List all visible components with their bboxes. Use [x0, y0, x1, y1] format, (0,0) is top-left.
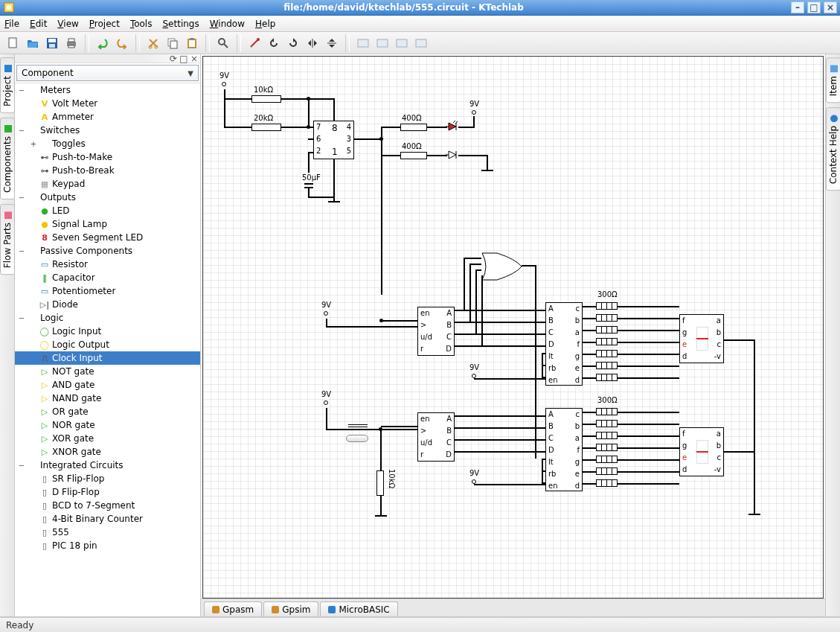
- copy-button[interactable]: [164, 34, 182, 52]
- tree-item[interactable]: ▯D Flip-Flop: [15, 485, 200, 499]
- dock-restore-icon[interactable]: ⟳: [169, 54, 178, 64]
- expand-icon[interactable]: +: [28, 140, 39, 148]
- resistor-10k[interactable]: [251, 95, 281, 103]
- tab-gpsim[interactable]: Gpsim: [263, 601, 318, 616]
- led-red[interactable]: [446, 121, 459, 132]
- rail-tab-flowparts[interactable]: Flow Parts: [0, 204, 15, 275]
- panel3-button[interactable]: [393, 34, 411, 52]
- resistor-array[interactable]: [596, 432, 617, 439]
- resistor-array[interactable]: [596, 326, 617, 333]
- tree-item[interactable]: −Switches: [15, 124, 200, 137]
- resistor-array[interactable]: [596, 374, 617, 381]
- resistor-array[interactable]: [596, 444, 617, 451]
- tree-item[interactable]: ◯Logic Output: [15, 338, 200, 351]
- tree-item[interactable]: −Integrated Circuits: [15, 459, 200, 472]
- resistor-10k-v[interactable]: [376, 470, 384, 496]
- minimize-button[interactable]: –: [791, 1, 804, 13]
- switch-button[interactable]: [346, 435, 368, 442]
- component-filter-combo[interactable]: Component ▼: [16, 65, 199, 81]
- expand-icon[interactable]: −: [16, 194, 27, 202]
- panel1-button[interactable]: [354, 34, 372, 52]
- resistor-400b[interactable]: [400, 152, 427, 159]
- resistor-array[interactable]: [596, 420, 617, 427]
- tree-item[interactable]: ▷NOR gate: [15, 418, 200, 432]
- tree-item[interactable]: ▷XOR gate: [15, 432, 200, 445]
- expand-icon[interactable]: −: [16, 86, 27, 95]
- tree-item[interactable]: ▷NAND gate: [15, 392, 200, 405]
- tree-item[interactable]: ▭Resistor: [15, 258, 200, 271]
- tree-item[interactable]: ▦Keypad: [15, 177, 200, 191]
- redo-button[interactable]: [113, 34, 131, 52]
- tree-item[interactable]: ▷|Diode: [15, 298, 200, 311]
- component-tree[interactable]: −MetersVVolt MeterAAmmeter−Switches+Togg…: [15, 83, 200, 616]
- resistor-array[interactable]: [596, 314, 617, 322]
- menu-project[interactable]: Project: [89, 19, 120, 29]
- menu-file[interactable]: File: [4, 19, 19, 29]
- dock-float-icon[interactable]: □: [179, 54, 188, 64]
- tree-item[interactable]: ▷NOT gate: [15, 365, 200, 378]
- tree-item[interactable]: ▯4-Bit Binary Counter: [15, 512, 200, 526]
- resistor-array[interactable]: [596, 362, 617, 369]
- tab-microbasic[interactable]: MicroBASIC: [320, 601, 397, 616]
- tree-item[interactable]: ⎍Clock Input: [15, 351, 200, 365]
- tree-item[interactable]: −Meters: [15, 83, 200, 97]
- tree-item[interactable]: ●Signal Lamp: [15, 217, 200, 231]
- expand-icon[interactable]: −: [16, 247, 27, 255]
- rail-tab-project[interactable]: Project: [0, 57, 15, 113]
- tree-item[interactable]: VVolt Meter: [15, 97, 200, 110]
- expand-icon[interactable]: −: [16, 462, 27, 470]
- tree-item[interactable]: ▯555: [15, 526, 200, 539]
- resistor-array[interactable]: [596, 408, 617, 415]
- diode[interactable]: [446, 150, 459, 160]
- undo-button[interactable]: [94, 34, 112, 52]
- tree-item[interactable]: ▭Potentiometer: [15, 284, 200, 298]
- rotate-cw-button[interactable]: [284, 34, 302, 52]
- tree-item[interactable]: ▯SR Flip-Flop: [15, 472, 200, 485]
- tree-item[interactable]: ▷XNOR gate: [15, 445, 200, 459]
- zoom-button[interactable]: [214, 34, 232, 52]
- cut-button[interactable]: [144, 34, 162, 52]
- resistor-array[interactable]: [596, 338, 617, 345]
- resistor-array[interactable]: [596, 456, 617, 463]
- circuit-canvas[interactable]: 9V 10kΩ 20kΩ 7 8 4 6 3 2 1: [202, 56, 824, 599]
- menu-help[interactable]: Help: [255, 19, 275, 29]
- tab-gpasm[interactable]: Gpasm: [204, 601, 262, 616]
- menu-settings[interactable]: Settings: [162, 19, 199, 29]
- or-gate[interactable]: [478, 252, 523, 284]
- resistor-20k[interactable]: [251, 124, 281, 131]
- tree-item[interactable]: 8Seven Segment LED: [15, 231, 200, 244]
- rail-tab-contexthelp[interactable]: Context Help: [826, 107, 841, 191]
- tree-item[interactable]: AAmmeter: [15, 110, 200, 124]
- resistor-array[interactable]: [596, 350, 617, 357]
- ic-bcd-top[interactable]: Ac Bb Ca Df ltg rbe end: [545, 302, 583, 386]
- menu-tools[interactable]: Tools: [130, 19, 153, 29]
- seven-segment-bottom[interactable]: fa gb ec d-v: [679, 427, 724, 476]
- tree-item[interactable]: ⊷Push-to-Make: [15, 150, 200, 164]
- tree-item[interactable]: −Passive Components: [15, 244, 200, 258]
- flip-h-button[interactable]: [304, 34, 321, 52]
- resistor-array[interactable]: [596, 479, 617, 487]
- ic-counter-bottom[interactable]: enA >B u/dC rD: [417, 412, 455, 462]
- tree-item[interactable]: −Outputs: [15, 191, 200, 204]
- tree-item[interactable]: ▷OR gate: [15, 405, 200, 418]
- open-button[interactable]: [24, 34, 42, 52]
- resistor-array[interactable]: [596, 302, 617, 310]
- tree-item[interactable]: ‖Capacitor: [15, 271, 200, 284]
- probe-button[interactable]: [246, 34, 263, 52]
- expand-icon[interactable]: −: [16, 314, 27, 322]
- tree-item[interactable]: ▷AND gate: [15, 378, 200, 392]
- switch-push[interactable]: [348, 424, 368, 427]
- rotate-ccw-button[interactable]: [265, 34, 283, 52]
- save-button[interactable]: [43, 34, 61, 52]
- tree-item[interactable]: −Logic: [15, 311, 200, 325]
- new-button[interactable]: [4, 34, 22, 52]
- flip-v-button[interactable]: [323, 34, 341, 52]
- menu-view[interactable]: View: [57, 19, 78, 29]
- tree-item[interactable]: ▯PIC 18 pin: [15, 539, 200, 552]
- rail-tab-item[interactable]: Item: [826, 57, 841, 103]
- expand-icon[interactable]: −: [16, 127, 27, 135]
- rail-tab-components[interactable]: Components: [0, 118, 15, 200]
- resistor-array[interactable]: [596, 467, 617, 475]
- paste-button[interactable]: [183, 34, 201, 52]
- tree-item[interactable]: ▯BCD to 7-Segment: [15, 499, 200, 512]
